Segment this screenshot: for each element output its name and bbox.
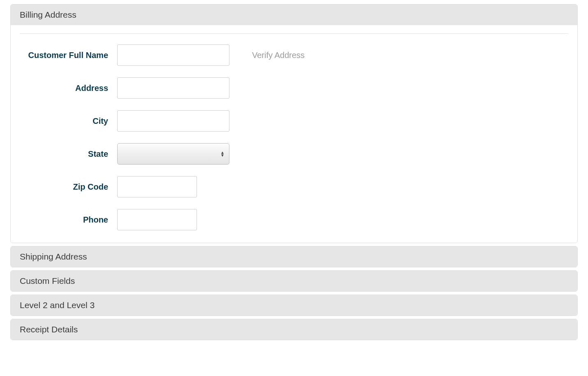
state-select-wrap: ▲ ▼ bbox=[117, 143, 229, 165]
city-label: City bbox=[20, 116, 117, 126]
customer-name-input[interactable] bbox=[117, 44, 229, 66]
phone-label: Phone bbox=[20, 215, 117, 225]
custom-fields-header[interactable]: Custom Fields bbox=[11, 271, 577, 291]
city-input[interactable] bbox=[117, 110, 229, 132]
state-select[interactable] bbox=[117, 143, 229, 165]
address-input-wrap bbox=[117, 77, 229, 99]
billing-address-body: Customer Full Name Verify Address Addres… bbox=[11, 25, 577, 243]
state-row: State ▲ ▼ bbox=[20, 143, 568, 165]
shipping-address-panel: Shipping Address bbox=[10, 246, 578, 267]
level-title: Level 2 and Level 3 bbox=[20, 300, 95, 310]
shipping-address-header[interactable]: Shipping Address bbox=[11, 246, 577, 267]
zip-label: Zip Code bbox=[20, 182, 117, 192]
custom-fields-panel: Custom Fields bbox=[10, 270, 578, 292]
billing-address-panel: Billing Address Customer Full Name Verif… bbox=[10, 4, 578, 243]
zip-input[interactable] bbox=[117, 176, 197, 197]
customer-name-input-wrap bbox=[117, 44, 229, 66]
city-row: City bbox=[20, 110, 568, 132]
state-label: State bbox=[20, 149, 117, 159]
billing-address-title: Billing Address bbox=[20, 10, 76, 19]
receipt-title: Receipt Details bbox=[20, 325, 78, 334]
verify-address-link: Verify Address bbox=[252, 51, 305, 60]
customer-name-label: Customer Full Name bbox=[20, 51, 117, 60]
phone-input[interactable] bbox=[117, 209, 197, 230]
address-row: Address bbox=[20, 77, 568, 99]
receipt-header[interactable]: Receipt Details bbox=[11, 319, 577, 340]
address-label: Address bbox=[20, 84, 117, 93]
zip-input-wrap bbox=[117, 176, 197, 197]
billing-address-header[interactable]: Billing Address bbox=[11, 5, 577, 25]
city-input-wrap bbox=[117, 110, 229, 132]
level-header[interactable]: Level 2 and Level 3 bbox=[11, 295, 577, 316]
customer-name-row: Customer Full Name Verify Address bbox=[20, 44, 568, 66]
shipping-address-title: Shipping Address bbox=[20, 252, 87, 261]
state-input-wrap: ▲ ▼ bbox=[117, 143, 229, 165]
phone-input-wrap bbox=[117, 209, 197, 230]
custom-fields-title: Custom Fields bbox=[20, 276, 75, 285]
phone-row: Phone bbox=[20, 209, 568, 230]
receipt-panel: Receipt Details bbox=[10, 319, 578, 340]
address-input[interactable] bbox=[117, 77, 229, 99]
level-panel: Level 2 and Level 3 bbox=[10, 295, 578, 316]
divider bbox=[20, 33, 568, 34]
zip-row: Zip Code bbox=[20, 176, 568, 197]
